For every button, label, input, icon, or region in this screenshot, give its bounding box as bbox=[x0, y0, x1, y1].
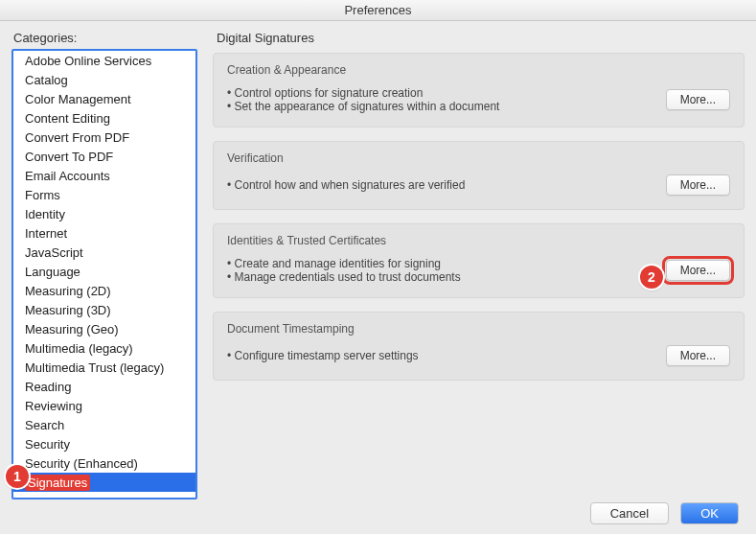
sidebar-item-color-management[interactable]: Color Management bbox=[13, 89, 195, 108]
bullet-item: Manage credentials used to trust documen… bbox=[227, 270, 656, 284]
categories-list[interactable]: Adobe Online ServicesCatalogColor Manage… bbox=[11, 49, 197, 499]
sidebar-item-measuring-geo-[interactable]: Measuring (Geo) bbox=[13, 319, 195, 338]
group-bullets: Configure timestamp server settings bbox=[227, 349, 656, 362]
more-button[interactable]: More... bbox=[666, 89, 730, 110]
sidebar-item-multimedia-trust-legacy-[interactable]: Multimedia Trust (legacy) bbox=[13, 358, 195, 377]
group-document-timestamping: Document TimestampingConfigure timestamp… bbox=[213, 312, 745, 381]
categories-label: Categories: bbox=[13, 31, 197, 45]
more-button[interactable]: More... bbox=[666, 345, 730, 366]
sidebar-item-forms[interactable]: Forms bbox=[13, 185, 195, 204]
sidebar-item-reading[interactable]: Reading bbox=[13, 377, 195, 396]
sidebar-item-label: Signatures bbox=[25, 475, 90, 491]
dialog-footer: Cancel OK bbox=[590, 502, 739, 524]
window-titlebar: Preferences bbox=[0, 0, 756, 21]
group-bullets: Control options for signature creationSe… bbox=[227, 86, 656, 113]
sidebar-item-convert-to-pdf[interactable]: Convert To PDF bbox=[13, 147, 195, 166]
sidebar-item-internet[interactable]: Internet bbox=[13, 223, 195, 243]
more-button[interactable]: More... bbox=[666, 260, 730, 281]
group-title: Creation & Appearance bbox=[227, 63, 730, 77]
group-title: Identities & Trusted Certificates bbox=[227, 234, 730, 247]
more-button[interactable]: More... bbox=[666, 174, 730, 196]
group-verification: VerificationControl how and when signatu… bbox=[213, 141, 745, 210]
sidebar-item-catalog[interactable]: Catalog bbox=[13, 70, 195, 89]
sidebar-item-content-editing[interactable]: Content Editing bbox=[13, 108, 195, 128]
bullet-item: Control options for signature creation bbox=[227, 86, 656, 100]
sidebar-item-measuring-2d-[interactable]: Measuring (2D) bbox=[13, 281, 195, 300]
sidebar-item-security-enhanced-[interactable]: Security (Enhanced) bbox=[13, 453, 195, 473]
group-identities-trusted-certificates: Identities & Trusted CertificatesCreate … bbox=[213, 223, 745, 298]
sidebar-item-signatures[interactable]: Signatures bbox=[13, 473, 195, 492]
group-creation-appearance: Creation & AppearanceControl options for… bbox=[213, 53, 745, 128]
bullet-item: Create and manage identities for signing bbox=[227, 257, 656, 270]
sidebar-column: Categories: Adobe Online ServicesCatalog… bbox=[11, 31, 197, 500]
callout-1: 1 bbox=[6, 465, 29, 488]
sidebar-item-measuring-3d-[interactable]: Measuring (3D) bbox=[13, 300, 195, 319]
sidebar-item-security[interactable]: Security bbox=[13, 434, 195, 453]
sidebar-item-spelling[interactable]: Spelling bbox=[13, 492, 195, 499]
callout-2: 2 bbox=[640, 266, 663, 289]
cancel-button[interactable]: Cancel bbox=[590, 502, 669, 524]
bullet-item: Set the appearance of signatures within … bbox=[227, 100, 656, 113]
group-title: Verification bbox=[227, 151, 730, 165]
ok-button[interactable]: OK bbox=[680, 502, 739, 524]
group-bullets: Create and manage identities for signing… bbox=[227, 257, 656, 284]
window-title: Preferences bbox=[344, 3, 411, 17]
sidebar-item-reviewing[interactable]: Reviewing bbox=[13, 396, 195, 415]
sidebar-item-convert-from-pdf[interactable]: Convert From PDF bbox=[13, 128, 195, 147]
panel-title: Digital Signatures bbox=[217, 31, 745, 45]
sidebar-item-javascript[interactable]: JavaScript bbox=[13, 243, 195, 262]
sidebar-item-identity[interactable]: Identity bbox=[13, 204, 195, 223]
sidebar-item-language[interactable]: Language bbox=[13, 262, 195, 281]
sidebar-item-search[interactable]: Search bbox=[13, 415, 195, 434]
main-panel: Digital Signatures Creation & Appearance… bbox=[197, 31, 745, 500]
sidebar-item-email-accounts[interactable]: Email Accounts bbox=[13, 166, 195, 185]
sidebar-item-adobe-online-services[interactable]: Adobe Online Services bbox=[13, 51, 195, 70]
bullet-item: Configure timestamp server settings bbox=[227, 349, 656, 362]
sidebar-item-multimedia-legacy-[interactable]: Multimedia (legacy) bbox=[13, 338, 195, 358]
bullet-item: Control how and when signatures are veri… bbox=[227, 178, 656, 192]
group-title: Document Timestamping bbox=[227, 322, 730, 336]
group-bullets: Control how and when signatures are veri… bbox=[227, 178, 656, 192]
